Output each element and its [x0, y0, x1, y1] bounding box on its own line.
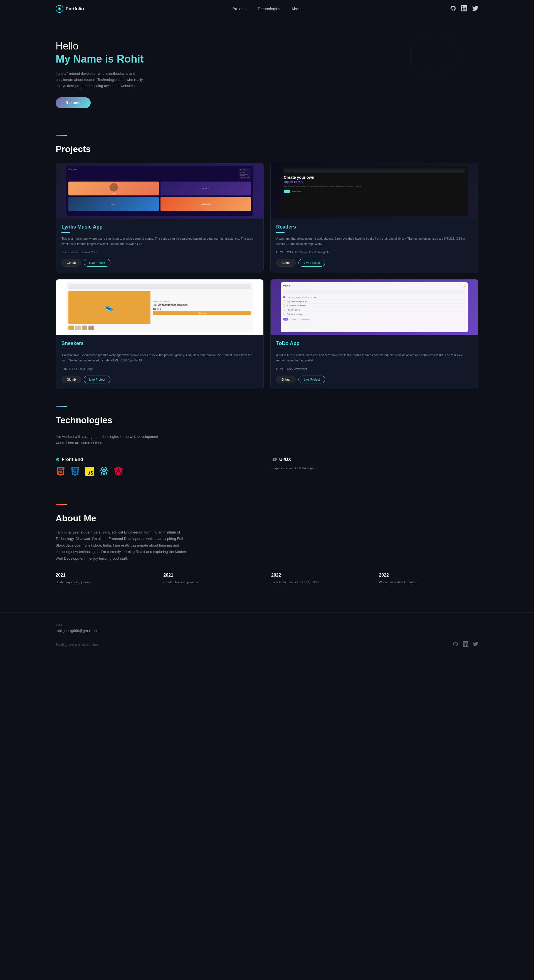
- sneakers-github-button[interactable]: Github: [61, 375, 81, 383]
- project-tags-lyriks: React Redux Tailwind CSS: [61, 250, 258, 255]
- sneakers-navbar: [69, 285, 250, 289]
- css3-icon: [70, 466, 80, 476]
- timeline-year-3: 2022: [271, 573, 371, 578]
- project-card-readers: Create your own Digital library A digita…: [270, 163, 478, 272]
- footer-email: rohitgourrg999@gmail.com: [56, 628, 478, 633]
- lyriks-github-button[interactable]: Github: [61, 259, 81, 267]
- todo-tab-completed[interactable]: Completed: [300, 318, 311, 321]
- navbar: Portfolio Projects Technologies About: [0, 0, 534, 18]
- tech-category-uiux: ZF UI/UX Experience with tools like Figm…: [273, 457, 478, 476]
- project-name-sneakers: Sneakers: [61, 340, 258, 347]
- readers-app-title: Create your own: [284, 175, 465, 180]
- readers-live-button[interactable]: Live Project: [298, 259, 325, 267]
- sneaker-thumb-2: [75, 326, 81, 330]
- music-discover-label: Discover: [69, 168, 77, 179]
- javascript-icon: [84, 466, 94, 476]
- readers-preview: Create your own Digital library A digita…: [271, 163, 478, 218]
- project-image-todo: TODO 🌙 Complete online JavaScript course…: [271, 279, 478, 335]
- hero-name-highlight: Rohit: [117, 53, 144, 65]
- tag-react: React: [61, 250, 69, 255]
- readers-toggle-area: Learn more: [284, 189, 465, 193]
- nav-link-projects[interactable]: Projects: [232, 7, 246, 11]
- nav-social-icons: [450, 5, 478, 13]
- uiux-description: Experience with tools like Figma: [273, 466, 478, 471]
- sneaker-thumb-4: [88, 326, 94, 330]
- technologies-description: I've worked with a range a technologies …: [56, 434, 167, 446]
- project-buttons-todo: Github Live Project: [276, 375, 473, 383]
- sneakers-live-button[interactable]: Live Project: [84, 375, 110, 383]
- nav-link-about[interactable]: About: [292, 7, 302, 11]
- sneakers-product-name: Fall Limited Edition Sneakers: [153, 303, 250, 307]
- todo-item-text-2: Jog around the park 3x: [287, 301, 307, 302]
- footer-github-icon[interactable]: [453, 641, 458, 648]
- timeline-year-1: 2021: [56, 573, 155, 578]
- todo-item-4: Read for 1 hour: [283, 308, 465, 312]
- readers-mockup: Create your own Digital library A digita…: [281, 166, 467, 216]
- tag-html5-s: HTML5: [61, 367, 71, 371]
- todo-header: TODO 🌙: [283, 285, 465, 288]
- uiux-header: ZF UI/UX: [273, 457, 478, 462]
- music-app-preview: Discover Top Charts Oldman The Astronaut…: [56, 163, 263, 218]
- todo-preview: TODO 🌙 Complete online JavaScript course…: [271, 279, 478, 335]
- footer: EMAIL rohitgourrg999@gmail.com Building …: [0, 612, 534, 656]
- project-underline-lyriks: [61, 232, 70, 233]
- readers-header-bar: [284, 169, 465, 173]
- readers-app-subtitle: Digital library: [284, 180, 465, 183]
- sneakers-add-cart-btn[interactable]: Add to cart: [153, 311, 250, 315]
- footer-email-label: EMAIL: [56, 624, 478, 627]
- project-card-todo: TODO 🌙 Complete online JavaScript course…: [270, 279, 478, 389]
- project-name-lyriks: Lyriks Music App: [61, 224, 258, 230]
- readers-toggle-label: Learn more: [292, 191, 301, 192]
- sneakers-mockup: 👟 SNEAKER COMPANY Fall Limited Edition S…: [66, 282, 253, 332]
- sneaker-emoji: 👟: [105, 304, 114, 311]
- timeline-item-1: 2021 Started my coding journey.: [56, 573, 155, 585]
- tech-categories-grid: ⚙ Front-End: [56, 457, 478, 476]
- timeline-grid: 2021 Started my coding journey. 2021 Cre…: [56, 573, 478, 585]
- nav-github-icon[interactable]: [450, 5, 456, 13]
- readers-nav-dot-2: [288, 170, 289, 172]
- project-tags-todo: HTML5 CSS Javascript: [276, 367, 473, 371]
- about-description: I am Final year student persuing Electri…: [56, 529, 189, 562]
- todo-github-button[interactable]: Github: [276, 375, 296, 383]
- todo-tab-all[interactable]: All: [283, 318, 289, 321]
- hero-section: Hello My Name is Rohit I am a frontend d…: [0, 18, 534, 135]
- sneakers-image-area: 👟: [69, 291, 150, 324]
- frontend-icons-row: [56, 466, 261, 476]
- technologies-title: Technologies: [56, 415, 478, 425]
- todo-title: TODO: [283, 285, 290, 288]
- footer-social-icons: [453, 641, 478, 648]
- frontend-icon: ⚙: [56, 457, 59, 462]
- todo-filter-tabs: All Active Completed: [283, 318, 465, 321]
- music-card-1: Infinity: [69, 181, 159, 196]
- project-desc-sneakers: A responsive E-commerce product webpage …: [61, 353, 258, 363]
- footer-linkedin-icon[interactable]: [463, 641, 469, 648]
- timeline-item-2: 2021 Created frontend projects: [164, 573, 263, 585]
- hero-name-static: My Name is: [56, 53, 114, 65]
- nav-logo[interactable]: Portfolio: [56, 5, 84, 13]
- react-icon: [99, 466, 109, 476]
- nav-logo-text: Portfolio: [65, 6, 84, 11]
- todo-tab-active[interactable]: Active: [290, 318, 298, 321]
- footer-twitter-icon[interactable]: [473, 641, 478, 648]
- todo-item-text-5: Pick up groceries: [287, 313, 302, 315]
- lyriks-live-button[interactable]: Live Project: [84, 259, 110, 267]
- sneakers-preview: 👟 SNEAKER COMPANY Fall Limited Edition S…: [56, 279, 263, 335]
- sneakers-thumbnails: [69, 326, 250, 330]
- tech-category-frontend: ⚙ Front-End: [56, 457, 261, 476]
- nav-links: Projects Technologies About: [232, 6, 301, 11]
- project-info-readers: Readers A web app that allow users to ad…: [271, 218, 478, 272]
- tag-localstorage: Local Storage API: [309, 250, 331, 255]
- svg-line-8: [411, 65, 426, 79]
- todo-live-button[interactable]: Live Project: [298, 375, 325, 383]
- project-desc-todo: A ToDo App in which users can add & remo…: [276, 353, 473, 363]
- readers-github-button[interactable]: Github: [276, 259, 296, 267]
- resume-button[interactable]: Resume: [56, 97, 91, 108]
- todo-item-text-4: Read for 1 hour: [287, 309, 300, 311]
- nav-twitter-icon[interactable]: [472, 5, 478, 13]
- tag-css-t: CSS: [287, 367, 293, 371]
- nav-linkedin-icon[interactable]: [461, 5, 467, 13]
- nav-link-technologies[interactable]: Technologies: [258, 7, 281, 11]
- project-tags-sneakers: HTML5 CSS JavaScript: [61, 367, 258, 371]
- project-image-readers: Create your own Digital library A digita…: [271, 163, 478, 218]
- sneakers-info: SNEAKER COMPANY Fall Limited Edition Sne…: [153, 291, 250, 324]
